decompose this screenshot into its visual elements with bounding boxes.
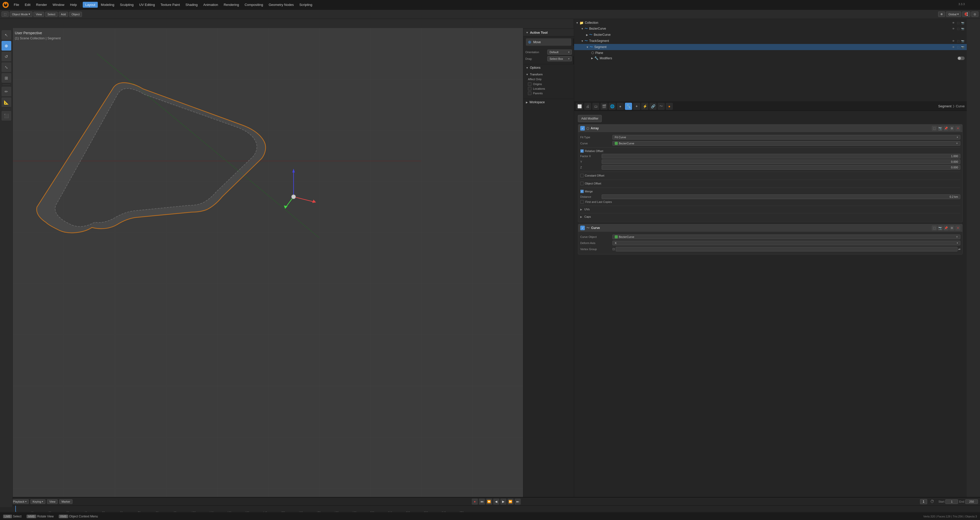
- constraint-props-tab[interactable]: 🔗: [649, 103, 657, 110]
- tool-select[interactable]: ↖: [2, 30, 11, 40]
- eye-curve-icon[interactable]: 👁: [951, 27, 956, 31]
- record-btn[interactable]: ●: [472, 499, 478, 505]
- workspace-geometry[interactable]: Geometry Nodes: [266, 2, 296, 8]
- step-back-btn[interactable]: ⏪: [486, 499, 492, 505]
- select-menu-btn[interactable]: Select: [45, 12, 58, 17]
- view-layer-tab[interactable]: 🗂: [592, 103, 600, 110]
- add-menu-btn[interactable]: Add: [59, 12, 68, 17]
- tool-add-cube[interactable]: ⬛: [2, 111, 11, 121]
- array-delete-btn[interactable]: ✕: [955, 126, 960, 131]
- render-props-tab[interactable]: ⬜: [576, 103, 583, 110]
- modifiers-toggle[interactable]: [958, 56, 965, 60]
- curve-pin-btn[interactable]: 📌: [943, 225, 948, 230]
- playback-dropdown[interactable]: Playback ▾: [11, 499, 29, 504]
- end-input[interactable]: [965, 499, 978, 504]
- menu-file[interactable]: File: [11, 2, 22, 8]
- options-header[interactable]: ▼ Options: [523, 64, 574, 71]
- marker-dropdown[interactable]: Marker: [59, 499, 73, 504]
- workspace-compositing[interactable]: Compositing: [242, 2, 266, 8]
- move-tool-btn[interactable]: ⊕ Move: [523, 36, 574, 48]
- workspace-animation[interactable]: Animation: [200, 2, 221, 8]
- factor-z-input[interactable]: 0.000: [602, 165, 960, 170]
- object-offset-header[interactable]: Object Offset: [580, 181, 960, 186]
- tool-scale[interactable]: ⤡: [2, 62, 11, 72]
- tool-annotate[interactable]: ✏: [2, 87, 11, 96]
- first-last-check[interactable]: [580, 200, 584, 204]
- jump-start-btn[interactable]: ⏮: [479, 499, 485, 505]
- vertex-group-arrow-icon[interactable]: ⇄: [958, 248, 960, 250]
- data-props-tab[interactable]: 〜: [658, 103, 665, 110]
- object-props-tab[interactable]: ●: [617, 103, 624, 110]
- tree-item-tracksegment[interactable]: ▼ 〜 TrackSegment 👁 ⬚ 📷: [574, 38, 967, 44]
- parents-checkbox[interactable]: [528, 91, 531, 95]
- curve-object-dropdown[interactable]: BezierCurve ✕: [612, 234, 960, 239]
- workspace-header[interactable]: ▶ Workspace: [523, 99, 574, 105]
- distance-input[interactable]: 0.2 km: [602, 195, 960, 199]
- curve-dropdown[interactable]: BezierCurve ✕: [612, 141, 960, 146]
- transform-space-btn[interactable]: Global ▾: [946, 11, 961, 17]
- eye-ts-icon[interactable]: 👁: [951, 39, 956, 43]
- origins-checkbox[interactable]: [528, 82, 531, 86]
- curve-delete-btn[interactable]: ✕: [955, 225, 960, 230]
- object-offset-check[interactable]: [580, 182, 584, 185]
- object-menu-btn[interactable]: Object: [69, 12, 82, 17]
- tree-item-beziercurve-data[interactable]: ▶ 〜 BezierCurve: [574, 32, 967, 38]
- add-modifier-button[interactable]: Add Modifier: [578, 115, 602, 122]
- view-menu-btn[interactable]: View: [33, 12, 44, 17]
- tree-item-collection[interactable]: ▼ 📁 Collection 👁 ⬚ 📷: [574, 20, 967, 26]
- menu-render[interactable]: Render: [33, 2, 49, 8]
- locations-checkbox[interactable]: [528, 87, 531, 91]
- array-realtime-btn[interactable]: ⬚: [932, 126, 937, 131]
- curve-obj-clear-icon[interactable]: ✕: [956, 236, 958, 238]
- current-frame-display[interactable]: 1: [920, 499, 928, 504]
- merge-check[interactable]: ✓: [580, 190, 584, 193]
- tool-rotate[interactable]: ↺: [2, 52, 11, 61]
- timeline-view-dropdown[interactable]: View: [47, 499, 58, 504]
- merge-header[interactable]: ✓ Merge: [580, 189, 960, 194]
- array-modifier-header[interactable]: ✓ ⬡ Array ⬚ 📷 📌 ⚙ ✕: [578, 124, 963, 132]
- play-back-btn[interactable]: ◀: [493, 499, 499, 505]
- caps-header[interactable]: ▶ Caps: [580, 214, 960, 219]
- render-seg-icon[interactable]: 📷: [961, 45, 965, 49]
- workspace-modeling[interactable]: Modeling: [98, 2, 117, 8]
- modifier-props-tab active[interactable]: 🔧: [625, 103, 632, 110]
- orientation-dropdown[interactable]: Default ▾: [547, 49, 572, 55]
- viewport-ts-icon[interactable]: ⬚: [956, 39, 960, 43]
- mode-dropdown[interactable]: Object Mode ▾: [10, 11, 32, 17]
- tool-tab-label[interactable]: Tool: [573, 38, 574, 46]
- tree-item-modifiers[interactable]: ▶ 🔧 Modifiers: [574, 56, 967, 61]
- output-props-tab[interactable]: 🖨: [584, 103, 591, 110]
- factor-x-input[interactable]: 1.000: [602, 154, 960, 158]
- workspace-rendering[interactable]: Rendering: [221, 2, 242, 8]
- tree-item-beziercurve[interactable]: ▼ 〜 BezierCurve 👁 ⬚ 📷: [574, 26, 967, 32]
- tool-transform[interactable]: ⊞: [2, 73, 11, 83]
- workspace-uv[interactable]: UV Editing: [137, 2, 157, 8]
- physics-props-tab[interactable]: ⚡: [641, 103, 648, 110]
- item-tab-label[interactable]: Item: [573, 56, 574, 64]
- menu-window[interactable]: Window: [50, 2, 67, 8]
- workspace-scripting[interactable]: Scripting: [297, 2, 315, 8]
- proportional-edit[interactable]: ◎: [971, 11, 978, 17]
- toggle-switch[interactable]: [958, 56, 965, 60]
- render-icon[interactable]: 📷: [961, 21, 965, 25]
- render-curve-icon[interactable]: 📷: [961, 27, 965, 31]
- play-fwd-btn[interactable]: ▶: [500, 499, 506, 505]
- tree-item-segment[interactable]: ▼ 〜 Segment 👁 ⬚ 📷: [574, 44, 967, 50]
- constant-offset-header[interactable]: Constant Offset: [580, 173, 960, 178]
- drag-dropdown[interactable]: Select Box ▾: [547, 56, 572, 61]
- curve-clear-icon[interactable]: ✕: [956, 142, 958, 145]
- viewport-curve-icon[interactable]: ⬚: [956, 27, 960, 31]
- viewport-seg-icon[interactable]: ⬚: [956, 45, 960, 49]
- relative-offset-check[interactable]: ✓: [580, 149, 584, 153]
- tool-measure[interactable]: 📐: [2, 97, 11, 107]
- eye-icon[interactable]: 👁: [951, 21, 956, 25]
- uvs-header[interactable]: ▶ UVs: [580, 207, 960, 212]
- step-fwd-btn[interactable]: ⏩: [508, 499, 514, 505]
- curve-modifier-header[interactable]: ✓ 〜 Curve ⬚ 📷 📌 ⚙ ✕: [578, 224, 963, 232]
- tree-item-plane[interactable]: ⬡ Plane: [574, 50, 967, 56]
- transform-pivot-btn[interactable]: ⊕: [938, 11, 945, 17]
- eye-seg-icon[interactable]: 👁: [951, 45, 956, 49]
- transform-header[interactable]: ▼ Transform: [526, 72, 571, 77]
- relative-offset-header[interactable]: ✓ Relative Offset: [580, 149, 960, 153]
- render-ts-icon[interactable]: 📷: [961, 39, 965, 43]
